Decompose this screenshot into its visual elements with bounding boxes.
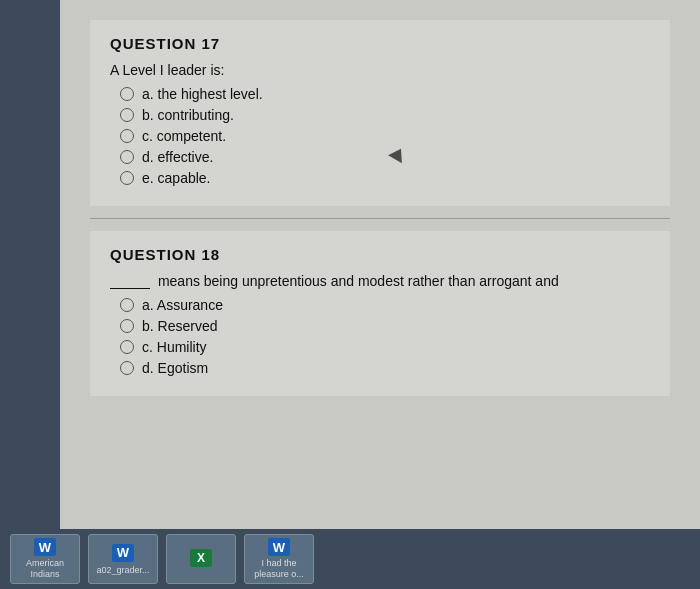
radio-d18[interactable] xyxy=(120,361,134,375)
radio-a18[interactable] xyxy=(120,298,134,312)
list-item[interactable]: c. Humility xyxy=(120,339,650,355)
radio-b17[interactable] xyxy=(120,108,134,122)
option-d17-label: d. effective. xyxy=(142,149,213,165)
option-b17-label: b. contributing. xyxy=(142,107,234,123)
taskbar-word1[interactable]: W American Indians xyxy=(10,534,80,584)
word-icon-2: W xyxy=(111,543,135,563)
option-d18-label: d. Egotism xyxy=(142,360,208,376)
radio-c18[interactable] xyxy=(120,340,134,354)
list-item[interactable]: c. competent. xyxy=(120,128,650,144)
list-item[interactable]: d. effective. xyxy=(120,149,650,165)
radio-b18[interactable] xyxy=(120,319,134,333)
word-icon-1: W xyxy=(33,538,57,556)
radio-a17[interactable] xyxy=(120,87,134,101)
option-e17-label: e. capable. xyxy=(142,170,211,186)
list-item[interactable]: e. capable. xyxy=(120,170,650,186)
list-item[interactable]: a. Assurance xyxy=(120,297,650,313)
taskbar-label-2: a02_grader... xyxy=(96,565,149,576)
blank-line xyxy=(110,288,150,289)
list-item[interactable]: d. Egotism xyxy=(120,360,650,376)
question-18-title: QUESTION 18 xyxy=(110,246,650,263)
question-17-title: QUESTION 17 xyxy=(110,35,650,52)
radio-d17[interactable] xyxy=(120,150,134,164)
option-a17-label: a. the highest level. xyxy=(142,86,263,102)
taskbar: W American Indians W a02_grader... X W I… xyxy=(0,529,700,589)
main-content: QUESTION 17 A Level I leader is: a. the … xyxy=(60,0,700,529)
question-17-options: a. the highest level. b. contributing. c… xyxy=(110,86,650,186)
list-item[interactable]: b. Reserved xyxy=(120,318,650,334)
q18-prompt-text: means being unpretentious and modest rat… xyxy=(158,273,559,289)
option-a18-label: a. Assurance xyxy=(142,297,223,313)
radio-e17[interactable] xyxy=(120,171,134,185)
section-divider xyxy=(90,218,670,219)
list-item[interactable]: a. the highest level. xyxy=(120,86,650,102)
question-17-block: QUESTION 17 A Level I leader is: a. the … xyxy=(90,20,670,206)
taskbar-excel1[interactable]: X xyxy=(166,534,236,584)
question-18-options: a. Assurance b. Reserved c. Humility d. … xyxy=(110,297,650,376)
option-b18-label: b. Reserved xyxy=(142,318,218,334)
taskbar-label-1: American Indians xyxy=(19,558,71,580)
word-icon-3: W xyxy=(267,538,291,556)
excel-icon-1: X xyxy=(189,548,213,568)
option-c17-label: c. competent. xyxy=(142,128,226,144)
option-c18-label: c. Humility xyxy=(142,339,207,355)
radio-c17[interactable] xyxy=(120,129,134,143)
left-sidebar xyxy=(0,0,60,529)
question-18-prompt: means being unpretentious and modest rat… xyxy=(110,273,650,289)
list-item[interactable]: b. contributing. xyxy=(120,107,650,123)
taskbar-word3[interactable]: W I had the pleasure o... xyxy=(244,534,314,584)
taskbar-word2[interactable]: W a02_grader... xyxy=(88,534,158,584)
taskbar-label-4: I had the pleasure o... xyxy=(253,558,305,580)
question-18-block: QUESTION 18 means being unpretentious an… xyxy=(90,231,670,396)
question-17-prompt: A Level I leader is: xyxy=(110,62,650,78)
